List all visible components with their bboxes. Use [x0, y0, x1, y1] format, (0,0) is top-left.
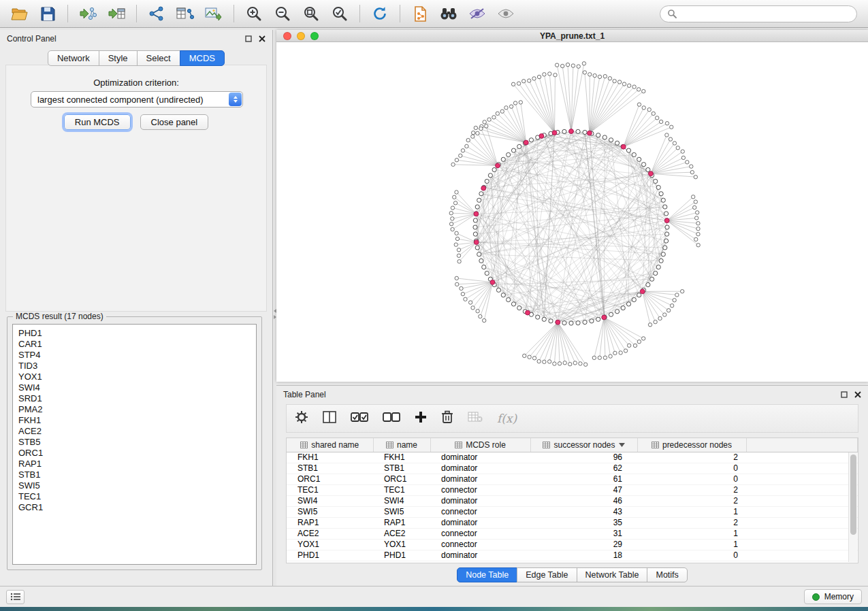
search-input[interactable]: [681, 9, 850, 18]
tab-edge-table[interactable]: Edge Table: [517, 567, 577, 582]
select-all-button[interactable]: [351, 412, 368, 425]
zoom-selected-icon: [332, 5, 348, 22]
network-canvas[interactable]: [276, 42, 868, 381]
import-table-button[interactable]: [104, 3, 129, 24]
window-close-button[interactable]: [283, 32, 291, 40]
tab-network[interactable]: Network: [48, 50, 99, 66]
column-header-mcds-role[interactable]: MCDS role: [430, 438, 530, 452]
refresh-icon: [372, 5, 388, 22]
mcds-result-item[interactable]: STB1: [13, 469, 256, 480]
window-minimize-button[interactable]: [297, 32, 305, 40]
mcds-result-item[interactable]: STP4: [13, 350, 256, 361]
mcds-result-item[interactable]: TEC1: [13, 491, 256, 502]
mcds-result-item[interactable]: FKH1: [13, 415, 256, 426]
tab-style[interactable]: Style: [99, 50, 138, 66]
column-header-successor-nodes[interactable]: successor nodes: [530, 438, 637, 452]
mcds-result-group: MCDS result (17 nodes) PHD1CAR1STP4TID3Y…: [7, 316, 262, 570]
new-network-button[interactable]: [144, 3, 169, 24]
toolbar-separator: [234, 5, 234, 22]
column-header-shared-name[interactable]: shared name: [287, 438, 373, 452]
zoom-out-button[interactable]: [270, 3, 295, 24]
search-field[interactable]: [660, 5, 857, 22]
show-details-button[interactable]: [494, 3, 518, 24]
dropdown-stepper-icon: [229, 93, 242, 106]
float-panel-icon[interactable]: [841, 391, 848, 398]
column-header-name[interactable]: name: [373, 438, 430, 452]
table-row[interactable]: SWI5SWI5connector431: [287, 506, 858, 517]
mcds-result-item[interactable]: YOX1: [13, 371, 256, 382]
optimization-criterion-label: Optimization criterion:: [0, 78, 272, 88]
mcds-result-list[interactable]: PHD1CAR1STP4TID3YOX1SWI4SRD1PMA2FKH1ACE2…: [12, 324, 257, 565]
network-window-title: YPA_prune.txt_1: [540, 31, 605, 41]
tab-motifs[interactable]: Motifs: [647, 567, 687, 582]
mcds-result-item[interactable]: RAP1: [13, 459, 256, 469]
memory-button[interactable]: Memory: [804, 589, 862, 604]
table-row[interactable]: ACE2ACE2connector311: [287, 528, 858, 539]
mcds-result-item[interactable]: ACE2: [13, 426, 256, 437]
close-panel-button[interactable]: Close panel: [140, 114, 209, 130]
delete-table-button[interactable]: [468, 412, 483, 425]
node-table: shared name name MCDS role successor nod…: [286, 437, 858, 563]
criterion-dropdown[interactable]: largest connected component (undirected): [31, 91, 243, 108]
toggle-columns-button[interactable]: [323, 411, 336, 426]
mcds-result-item[interactable]: SWI4: [13, 382, 256, 393]
tab-node-table[interactable]: Node Table: [457, 567, 517, 582]
run-mcds-button[interactable]: Run MCDS: [64, 114, 131, 130]
network-from-table-button[interactable]: [173, 3, 197, 24]
table-row[interactable]: RAP1RAP1dominator352: [287, 517, 858, 528]
table-row[interactable]: TEC1TEC1connector472: [287, 484, 858, 495]
table-row[interactable]: ORC1ORC1dominator610: [287, 474, 858, 484]
status-menu-button[interactable]: [6, 590, 25, 604]
export-network-button[interactable]: [408, 3, 432, 24]
control-panel-header: Control Panel: [0, 30, 272, 48]
checked-boxes-icon: [351, 412, 368, 423]
close-panel-icon[interactable]: [259, 35, 266, 42]
apply-layout-button[interactable]: [368, 3, 392, 24]
table-grid-icon: [386, 442, 393, 448]
mcds-result-item[interactable]: PMA2: [13, 404, 256, 415]
mcds-result-item[interactable]: SWI5: [13, 480, 256, 491]
desktop-background: [0, 607, 868, 611]
table-row[interactable]: STB1STB1dominator620: [287, 463, 858, 474]
zoom-selected-button[interactable]: [327, 3, 352, 24]
float-panel-icon[interactable]: [245, 35, 252, 42]
mcds-result-item[interactable]: ORC1: [13, 448, 256, 459]
column-header-predecessor-nodes[interactable]: predecessor nodes: [637, 438, 746, 452]
control-panel-tabs: NetworkStyleSelectMCDS: [0, 50, 272, 66]
open-session-button[interactable]: [7, 3, 31, 24]
mcds-result-item[interactable]: TID3: [13, 361, 256, 371]
tab-select[interactable]: Select: [137, 50, 180, 66]
export-image-button[interactable]: [202, 3, 226, 24]
tab-network-table[interactable]: Network Table: [577, 567, 648, 582]
network-icon: [148, 6, 165, 21]
mcds-result-item[interactable]: PHD1: [13, 328, 256, 339]
mcds-result-item[interactable]: CAR1: [13, 339, 256, 350]
eye-slash-icon: [468, 7, 486, 20]
table-grid-icon: [300, 442, 308, 448]
save-session-button[interactable]: [35, 3, 60, 24]
zoom-in-button[interactable]: [242, 3, 266, 24]
deselect-all-button[interactable]: [383, 412, 400, 425]
mcds-result-item[interactable]: SRD1: [13, 393, 256, 404]
mcds-result-item[interactable]: GCR1: [13, 502, 256, 513]
find-button[interactable]: [436, 3, 461, 24]
table-row[interactable]: YOX1YOX1connector291: [287, 539, 858, 550]
table-options-button[interactable]: [295, 410, 308, 427]
window-zoom-button[interactable]: [310, 32, 319, 40]
table-row[interactable]: FKH1FKH1dominator962: [287, 452, 858, 463]
zoom-fit-button[interactable]: [299, 3, 323, 24]
close-panel-icon[interactable]: [854, 391, 861, 398]
tab-mcds[interactable]: MCDS: [180, 50, 225, 66]
table-row[interactable]: SWI4SWI4dominator462: [287, 495, 858, 506]
scrollbar-thumb[interactable]: [850, 455, 856, 535]
table-row[interactable]: PHD1PHD1dominator180: [287, 550, 858, 561]
network-window-titlebar[interactable]: YPA_prune.txt_1: [276, 30, 868, 42]
mcds-result-item[interactable]: STB5: [13, 437, 256, 448]
import-network-button[interactable]: [76, 3, 100, 24]
add-column-button[interactable]: [415, 411, 427, 426]
hide-details-button[interactable]: [465, 3, 489, 24]
function-builder-button[interactable]: f(x): [497, 412, 517, 425]
table-scrollbar[interactable]: [848, 452, 857, 562]
delete-button[interactable]: [441, 410, 453, 427]
open-folder-icon: [11, 7, 28, 20]
